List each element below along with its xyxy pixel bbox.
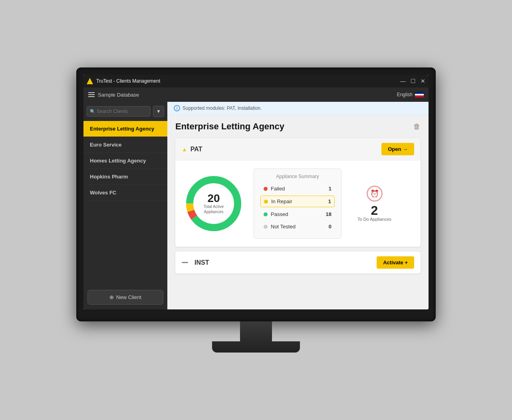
donut-label: Total ActiveAppliances [204, 204, 224, 214]
close-button[interactable]: ✕ [421, 78, 425, 84]
inst-section-card: INST Activate + [175, 252, 421, 273]
minimize-button[interactable]: — [400, 78, 406, 84]
sidebar: 🔍 ▼ Enterprise Letting Agency Euro Servi… [83, 102, 167, 309]
search-wrapper: 🔍 [87, 106, 151, 117]
search-input[interactable] [87, 106, 151, 117]
trutest-icon [87, 78, 93, 84]
activate-button[interactable]: Activate + [377, 256, 414, 269]
language-label: English [397, 92, 413, 97]
failed-count: 1 [329, 186, 331, 192]
inrepair-label: In Repair [271, 198, 328, 204]
todo-label: To Do Appliances [357, 217, 391, 222]
inst-label: INST [194, 259, 209, 266]
sidebar-item-homes[interactable]: Homes Letting Agency [83, 153, 167, 169]
page-title: Enterprise Letting Agency [175, 121, 284, 132]
summary-row-failed: Failed 1 [260, 183, 335, 194]
maximize-button[interactable]: ☐ [411, 78, 416, 84]
dot-nottested [264, 225, 268, 229]
client-list: Enterprise Letting Agency Euro Service H… [83, 121, 167, 285]
dot-failed [264, 187, 268, 191]
window-title: TruTest - Clients Management [96, 78, 160, 84]
app-body: 🔍 ▼ Enterprise Letting Agency Euro Servi… [83, 102, 429, 309]
new-client-label: New Client [116, 294, 141, 300]
filter-button[interactable]: ▼ [153, 106, 164, 117]
search-area: 🔍 ▼ [83, 102, 167, 121]
stand-base [212, 341, 300, 353]
donut-total: 20 [204, 193, 224, 204]
main-content: i Supported modules: PAT, Installation. … [167, 102, 429, 309]
sidebar-item-hopkins[interactable]: Hopkins Pharm [83, 169, 167, 185]
inst-section-header: INST Activate + [175, 252, 421, 273]
new-client-button[interactable]: ⊕ New Client [87, 290, 163, 305]
donut-chart: 20 Total ActiveAppliances [182, 172, 246, 236]
window-controls[interactable]: — ☐ ✕ [400, 78, 425, 84]
dot-inrepair [264, 200, 268, 204]
activate-button-label: Activate + [383, 260, 408, 265]
passed-count: 18 [326, 211, 331, 217]
open-button[interactable]: Open → [381, 143, 414, 155]
nottested-label: Not Tested [271, 224, 329, 230]
failed-label: Failed [271, 186, 329, 192]
pat-label: PAT [191, 146, 202, 153]
open-button-label: Open → [388, 146, 408, 152]
sidebar-item-euro[interactable]: Euro Service [83, 137, 167, 153]
chevron-up-icon: ▲ [182, 146, 187, 153]
pat-body: 20 Total ActiveAppliances Appliance Summ… [175, 160, 421, 247]
todo-section: ⏰ 2 To Do Appliances [349, 182, 399, 226]
summary-title: Appliance Summary [260, 174, 335, 179]
title-bar: TruTest - Clients Management — ☐ ✕ [83, 75, 429, 87]
screen: TruTest - Clients Management — ☐ ✕ Sampl… [83, 75, 429, 309]
title-bar-left: TruTest - Clients Management [87, 78, 160, 84]
supported-modules-bar: i Supported modules: PAT, Installation. [167, 102, 429, 115]
sidebar-item-wolves[interactable]: Wolves FC [83, 185, 167, 201]
inrepair-count: 1 [328, 198, 331, 204]
stand-neck [240, 321, 272, 341]
pat-section-header: ▲ PAT Open → [175, 138, 421, 160]
minus-icon [182, 262, 188, 263]
todo-count: 2 [371, 204, 378, 217]
database-label: Sample Database [98, 92, 139, 98]
page-header: Enterprise Letting Agency 🗑 [175, 121, 421, 132]
clock-icon: ⏰ [367, 186, 383, 202]
summary-row-nottested: Not Tested 0 [260, 221, 335, 232]
search-icon: 🔍 [90, 109, 95, 114]
screen-border: TruTest - Clients Management — ☐ ✕ Sampl… [76, 67, 436, 321]
supported-modules-text: Supported modules: PAT, Installation. [183, 105, 262, 111]
pat-section-card: ▲ PAT Open → [175, 138, 421, 247]
summary-row-passed: Passed 18 [260, 209, 335, 220]
menu-bar: Sample Database English [83, 87, 429, 102]
monitor: TruTest - Clients Management — ☐ ✕ Sampl… [76, 67, 436, 353]
flag-icon [415, 92, 424, 97]
menu-bar-right: English [397, 92, 424, 97]
sidebar-item-enterprise[interactable]: Enterprise Letting Agency [83, 121, 167, 137]
donut-center: 20 Total ActiveAppliances [204, 193, 224, 214]
inst-header-left: INST [182, 259, 209, 266]
hamburger-icon[interactable] [88, 92, 95, 97]
pat-header-left: ▲ PAT [182, 146, 202, 153]
summary-row-inrepair: In Repair 1 [260, 196, 335, 207]
plus-icon: ⊕ [109, 294, 114, 300]
menu-bar-left: Sample Database [88, 92, 139, 98]
appliance-summary: Appliance Summary Failed 1 In Repair [254, 168, 341, 239]
dot-passed [264, 212, 268, 216]
content-area: Enterprise Letting Agency 🗑 ▲ PAT [167, 115, 429, 309]
nottested-count: 0 [329, 224, 331, 230]
passed-label: Passed [271, 211, 326, 217]
delete-icon[interactable]: 🗑 [413, 123, 421, 131]
info-icon: i [174, 105, 180, 111]
